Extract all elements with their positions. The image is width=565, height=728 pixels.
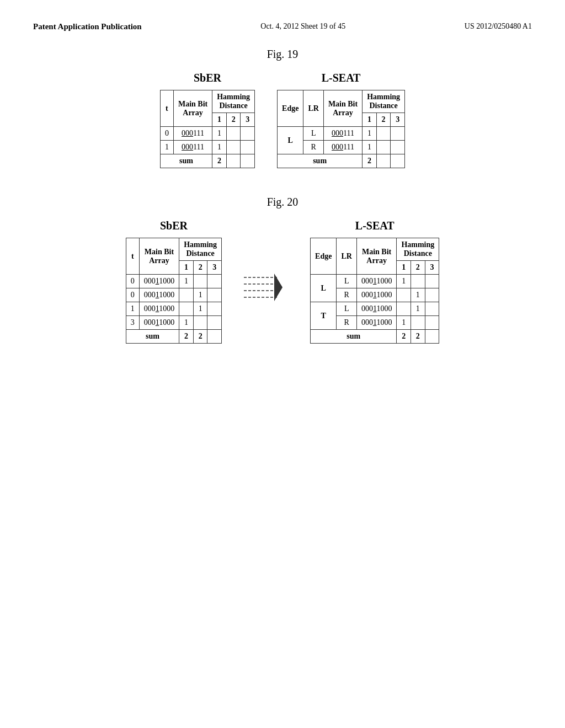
cell-t: 0 — [126, 275, 139, 288]
lseat-hamming-header: HammingDistance — [397, 238, 439, 261]
cell-arr: 00011000 — [356, 275, 396, 288]
cell-h2 — [376, 141, 391, 154]
table-row: 0 00011000 1 — [126, 275, 221, 288]
sber-h2-header: 2 — [193, 261, 207, 275]
cell-h2 — [193, 275, 207, 288]
cell-h2 — [226, 141, 241, 154]
sum-h3 — [241, 154, 255, 168]
figure-19-title: Fig. 19 — [33, 48, 532, 61]
lseat-h1-header: 1 — [397, 261, 411, 275]
sum-h1: 2 — [212, 154, 227, 168]
sber-hamming-header: HammingDistance — [179, 238, 222, 261]
cell-t: 0 — [126, 288, 139, 302]
table-row: L L 000111 1 — [278, 127, 405, 141]
cell-h1 — [179, 288, 194, 302]
cell-edge: L — [311, 275, 337, 302]
table-row: T L 00011000 1 — [311, 302, 439, 316]
table-row: 3 00011000 1 — [126, 316, 221, 330]
sum-h1: 2 — [363, 154, 377, 168]
lseat-h2-header: 2 — [376, 113, 391, 127]
sum-h1: 2 — [397, 330, 411, 344]
cell-h3 — [241, 127, 255, 141]
cell-arr: 000111 — [173, 127, 212, 141]
fig20-arrow-connector — [244, 220, 288, 308]
cell-arr: 000111 — [323, 141, 362, 154]
sum-h2 — [376, 154, 391, 168]
header-patent-number: US 2012/0250480 A1 — [465, 22, 532, 31]
header-date-sheet: Oct. 4, 2012 Sheet 19 of 45 — [260, 22, 345, 31]
cell-h1: 1 — [363, 141, 377, 154]
cell-h1: 1 — [212, 141, 227, 154]
cell-h3 — [241, 141, 255, 154]
fig20-lseat-group: L-SEAT Edge LR Main BitArray HammingDist… — [310, 220, 439, 344]
cell-h3 — [207, 275, 222, 288]
cell-arr: 000111 — [323, 127, 362, 141]
sum-h1: 2 — [179, 330, 194, 344]
fig19-lseat-group: L-SEAT Edge LR Main BitArray HammingDist… — [277, 72, 405, 168]
cell-h1: 1 — [179, 316, 194, 330]
sum-row: sum 2 — [278, 154, 405, 168]
cell-h1 — [397, 302, 411, 316]
cell-h1: 1 — [363, 127, 377, 141]
cell-lr: R — [303, 141, 323, 154]
lseat-h3-header: 3 — [425, 261, 439, 275]
lseat-mainbit-header: Main BitArray — [323, 90, 362, 127]
cell-h2 — [411, 316, 425, 330]
fig20-tables-container: SbER t Main BitArray HammingDistance 1 2… — [33, 220, 532, 344]
sber-mainbit-header: Main BitArray — [139, 238, 179, 275]
cell-h1: 1 — [212, 127, 227, 141]
fig19-sber-group: SbER t Main BitArray HammingDistance 1 2… — [160, 72, 255, 168]
lseat-hamming-header: HammingDistance — [363, 90, 405, 113]
sum-h3 — [425, 330, 439, 344]
table-row: 1 00011000 1 — [126, 302, 221, 316]
fig20-sber-label: SbER — [160, 220, 188, 232]
lseat-h2-header: 2 — [411, 261, 425, 275]
cell-t: 1 — [160, 141, 173, 154]
sber-hamming-header: HammingDistance — [212, 90, 255, 113]
sum-row: sum 2 2 — [126, 330, 221, 344]
sum-h2: 2 — [411, 330, 425, 344]
cell-arr: 00011000 — [356, 288, 396, 302]
cell-h2: 1 — [411, 302, 425, 316]
cell-lr: R — [337, 288, 356, 302]
cell-h3 — [425, 302, 439, 316]
cell-h1: 1 — [397, 316, 411, 330]
header-publication-type: Patent Application Publication — [33, 22, 142, 31]
lseat-edge-header: Edge — [311, 238, 337, 275]
cell-h2: 1 — [193, 288, 207, 302]
cell-h2 — [376, 127, 391, 141]
cell-edge: L — [278, 127, 303, 154]
sber-t-header: t — [160, 90, 173, 127]
fig19-sber-label: SbER — [194, 72, 221, 84]
sum-h2 — [226, 154, 241, 168]
sber-h1-header: 1 — [179, 261, 194, 275]
cell-arr: 00011000 — [356, 302, 396, 316]
cell-t: 0 — [160, 127, 173, 141]
sum-h3 — [391, 154, 405, 168]
lseat-h3-header: 3 — [391, 113, 405, 127]
sber-h3-header: 3 — [207, 261, 222, 275]
sber-h2-header: 2 — [226, 113, 241, 127]
cell-h2 — [411, 275, 425, 288]
cell-arr: 00011000 — [139, 288, 179, 302]
page: Patent Application Publication Oct. 4, 2… — [0, 0, 565, 728]
cell-h2: 1 — [193, 302, 207, 316]
sum-row: sum 2 2 — [311, 330, 439, 344]
connector-arrow-svg — [244, 264, 288, 308]
lseat-mainbit-header: Main BitArray — [356, 238, 396, 275]
cell-h3 — [207, 302, 222, 316]
cell-arr: 00011000 — [139, 275, 179, 288]
cell-edge: T — [311, 302, 337, 330]
cell-h1: 1 — [179, 275, 194, 288]
lseat-h1-header: 1 — [363, 113, 377, 127]
cell-h3 — [207, 316, 222, 330]
cell-arr: 00011000 — [356, 316, 396, 330]
lseat-edge-header: Edge — [278, 90, 303, 127]
cell-t: 1 — [126, 302, 139, 316]
cell-h2: 1 — [411, 288, 425, 302]
sum-h3 — [207, 330, 222, 344]
sum-label: sum — [160, 154, 212, 168]
fig20-sber-table: t Main BitArray HammingDistance 1 2 3 0 — [126, 238, 222, 344]
cell-h3 — [425, 275, 439, 288]
cell-h3 — [391, 127, 405, 141]
